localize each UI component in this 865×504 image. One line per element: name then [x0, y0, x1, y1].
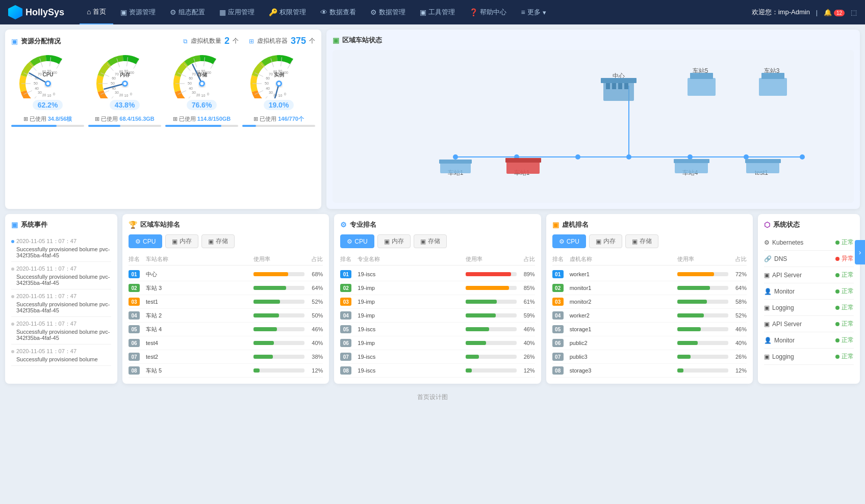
table-row: 08 车站 5 12%: [129, 364, 323, 378]
table-row: 03 monitor2 58%: [552, 295, 747, 309]
nav-help[interactable]: ❓帮助中心: [462, 0, 514, 24]
rank-bar: [253, 286, 304, 290]
sys-icon: 👤: [764, 288, 772, 295]
rank-bar: [466, 368, 517, 373]
area-tab-stor[interactable]: ▣存储: [201, 234, 235, 248]
status-text: 正常: [842, 336, 854, 344]
vm-tab-stor[interactable]: ▣存储: [625, 234, 658, 248]
table-row: 01 中心 68%: [129, 268, 323, 281]
svg-text:0: 0: [53, 92, 55, 96]
event-dot-inactive: [11, 323, 14, 326]
status-dot: [835, 338, 839, 342]
area-ranking-tabs: ⚙CPU ▣内存 ▣存储: [129, 234, 323, 248]
sys-status-item: 👤 Monitor 正常: [764, 332, 854, 349]
rank-name: test4: [143, 340, 253, 346]
pro-tab-mem[interactable]: ▣内存: [377, 234, 411, 248]
rank-name: 车站 2: [143, 312, 253, 320]
gauges-row: 0102030405060708090100 CPU 62.2% 0102030…: [11, 50, 315, 111]
side-arrow[interactable]: ›: [855, 240, 865, 264]
usage-row: ⊞ 已使用 34.8/56核 ⊞ 已使用 68.4/156.3GB ⊞ 已使用 …: [11, 115, 315, 127]
rank-bar: [677, 286, 728, 290]
nav-tools[interactable]: ▣工具管理: [413, 0, 462, 24]
status-text: 正常: [842, 238, 854, 247]
vm-ranking-tabs: ⚙CPU ▣内存 ▣存储: [552, 234, 747, 248]
svg-text:实例: 实例: [273, 72, 284, 77]
svg-point-107: [453, 154, 458, 160]
nav-auth[interactable]: 🔑权限管理: [262, 0, 313, 24]
nav-dataview[interactable]: 👁数据查看: [313, 0, 363, 24]
gauge-value: 43.8%: [110, 100, 140, 110]
svg-text:20: 20: [119, 93, 123, 97]
footer: 首页设计图: [0, 389, 865, 406]
status-text: 正常: [842, 287, 854, 296]
area-ranking-title: 🏆 区域车站排名: [129, 220, 323, 229]
pro-tab-stor[interactable]: ▣存储: [414, 234, 447, 248]
gauge-bar: [165, 125, 238, 127]
sys-name-text: Kubernetes: [772, 239, 803, 246]
table-row: 01 worker1 72%: [552, 268, 747, 281]
gauge-bar: [88, 125, 161, 127]
gauge-visual: 0102030405060708090100 内存: [92, 50, 158, 99]
area-tab-mem[interactable]: ▣内存: [165, 234, 198, 248]
rank-pct: 46%: [517, 326, 535, 332]
gauge-value: 62.2%: [33, 100, 63, 110]
status-dot: [835, 257, 839, 261]
sys-name-text: API Server: [772, 272, 802, 279]
rank-name: public3: [567, 354, 677, 360]
svg-point-76: [200, 82, 203, 85]
rank-bar: [253, 355, 304, 359]
area-tab-cpu[interactable]: ⚙CPU: [129, 234, 162, 248]
svg-line-58: [184, 96, 190, 98]
sys-name-text: Monitor: [774, 337, 795, 344]
rank-pct: 61%: [517, 299, 535, 305]
nav-more[interactable]: ≡更多 ▾: [514, 0, 553, 24]
svg-rect-135: [674, 159, 709, 163]
table-row: 02 monitor1 64%: [552, 281, 747, 295]
table-row: 07 19-iscs 26%: [340, 350, 535, 364]
rank-name: test1: [143, 299, 253, 305]
rank-name: 19-iscs: [354, 354, 465, 360]
pro-tab-cpu[interactable]: ⚙CPU: [340, 234, 374, 248]
logout-icon[interactable]: ⬚: [851, 9, 857, 16]
vm-tab-mem[interactable]: ▣内存: [589, 234, 622, 248]
rank-name: monitor1: [567, 285, 677, 291]
vm-tab-cpu[interactable]: ⚙CPU: [552, 234, 586, 248]
nav-app[interactable]: ▦应用管理: [212, 0, 262, 24]
top-row: ▣ 资源分配情况 ⧉ 虚拟机数量 2 个 ⊞ 虚拟机容器 375 个: [5, 30, 860, 209]
svg-text:30: 30: [192, 91, 196, 94]
nav-datamgr[interactable]: ⚙数据管理: [363, 0, 413, 24]
notification-icon[interactable]: 🔔 12: [824, 9, 845, 16]
svg-text:60: 60: [266, 76, 270, 80]
svg-text:60: 60: [189, 76, 193, 80]
header: HollySys ⌂首页 ▣资源管理 ⚙组态配置 ▦应用管理 🔑权限管理 👁数据…: [0, 0, 865, 24]
rank-badge: 04: [552, 311, 564, 320]
svg-line-32: [107, 96, 113, 98]
pro-ranking-tabs: ⚙CPU ▣内存 ▣存储: [340, 234, 535, 248]
nav-home[interactable]: ⌂首页: [80, 0, 113, 24]
svg-text:50: 50: [265, 82, 269, 85]
nav-config[interactable]: ⚙组态配置: [163, 0, 212, 24]
nav-resource[interactable]: ▣资源管理: [113, 0, 163, 24]
svg-text:存储: 存储: [196, 72, 208, 77]
svg-text:0: 0: [130, 92, 132, 96]
rank-badge: 07: [552, 353, 564, 361]
event-dot-active: [11, 240, 14, 243]
event-dot-inactive: [11, 295, 14, 298]
logo-icon: [8, 5, 22, 19]
svg-text:10: 10: [124, 94, 128, 97]
rank-badge: 01: [340, 270, 351, 278]
vm-rank-rows: 01 worker1 72% 02 monitor1 64% 03 monito…: [552, 268, 747, 378]
svg-text:40: 40: [35, 87, 39, 90]
pro-rank-rows: 01 19-iscs 89% 02 19-imp 85% 03 19-imp: [340, 268, 535, 378]
bottom-row: ▣ 系统事件 2020-11-05 11：07：47 Successfully …: [5, 214, 860, 384]
station-diagram: 中心 车站5 车站3 车站: [333, 50, 854, 203]
svg-text:30: 30: [269, 91, 273, 94]
rank-badge: 08: [552, 366, 564, 375]
sys-status-title: ⬡ 系统状态: [764, 220, 854, 229]
sys-status-item: ▣ Logging 正常: [764, 349, 854, 365]
sys-status-card: ⬡ 系统状态 ⚙ Kubernetes 正常 🔗 DNS 异常 ▣ API Se…: [758, 214, 860, 384]
table-row: 04 worker2 52%: [552, 309, 747, 323]
container-count-item: ⊞ 虚拟机容器 375 个: [249, 36, 315, 46]
rank-badge: 01: [552, 270, 564, 278]
rank-pct: 50%: [304, 312, 323, 319]
